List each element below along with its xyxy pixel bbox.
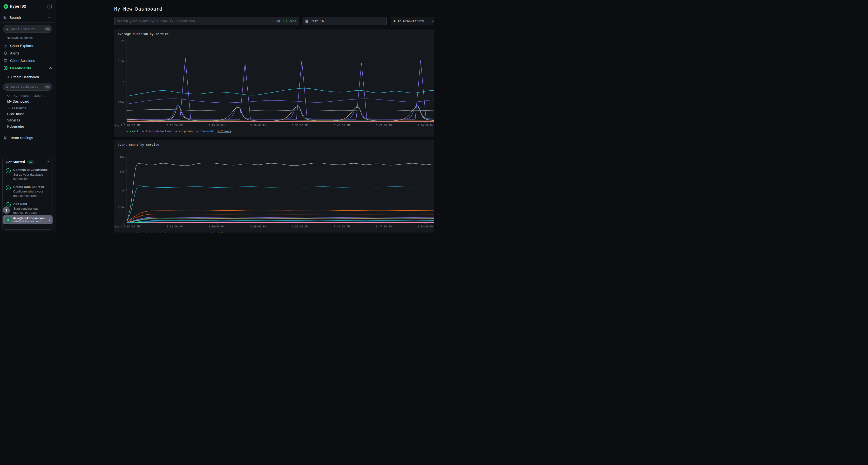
legend-item-fraud-detection[interactable]: —fraud-detection (142, 130, 172, 133)
help-button[interactable]: ? (3, 207, 10, 214)
legend-item-email[interactable]: —email (127, 232, 138, 232)
series-violet-smooth (127, 96, 434, 104)
plus-icon: + (7, 75, 9, 79)
granularity-select[interactable]: Auto Granularity (391, 17, 434, 25)
x-axis-tick-label: 3:12:00 PM (166, 124, 183, 127)
series-teal-low (127, 121, 434, 121)
shortcut-badge: ⌘K (44, 85, 51, 89)
language-toggle-sql[interactable]: SQL (276, 20, 281, 23)
chevron-up-icon (49, 67, 52, 69)
x-axis-tick-label: 3:26:00 PM (250, 225, 266, 228)
sidebar-item-team-settings[interactable]: Team Settings (0, 134, 55, 141)
chart-plot-area[interactable]: 2M1.5M1M500K0Aug 4 3:04:00 PM3:12:00 PM3… (127, 40, 434, 122)
time-range-picker[interactable]: Past 1h (303, 17, 386, 25)
preset-link-kubernetes[interactable]: Kubernetes (0, 123, 55, 130)
y-axis-tick-label: 7K (121, 189, 124, 193)
page-title[interactable]: My New Dashboard (114, 6, 162, 11)
y-axis-tick-label: 500K (118, 101, 125, 104)
time-range-value: Past 1h (311, 19, 324, 23)
get-started-step-add-data[interactable]: Add Data Start sending logs, metrics, or… (5, 202, 50, 215)
user-email: dale@clickhouse.com (13, 217, 47, 220)
granularity-value: Auto Granularity (394, 19, 424, 23)
sidebar-item-chart-explorer[interactable]: Chart Explorer (0, 42, 55, 49)
step-desc: Set up your database connection (13, 172, 50, 181)
get-started-step-connect[interactable]: Connect to ClickHouse Set up your databa… (5, 168, 50, 181)
y-axis-tick-label: 11K (120, 170, 124, 173)
chevron-down-icon (432, 20, 434, 22)
legend-more-link[interactable]: +12 more (217, 130, 231, 133)
sidebar-item-label: Alerts (10, 51, 19, 55)
legend-label: checkout (199, 130, 214, 133)
brand-row[interactable]: HyperDX (0, 0, 55, 12)
sidebar-collapse-icon[interactable] (48, 5, 52, 8)
x-axis-tick (425, 223, 426, 224)
series-gray (127, 109, 434, 111)
x-axis-tick (425, 122, 426, 123)
calendar-icon (305, 20, 308, 23)
chart-plot-area[interactable]: 14K11K7K3.5K0Aug 4 3:04:00 PM3:12:00 PM3… (127, 156, 434, 223)
chart-legend: —email—fraud-detection—shipping—checkout… (127, 130, 231, 133)
get-started-step-sources[interactable]: Create Data Sources Configure where your… (5, 185, 50, 198)
saved-searches-input[interactable]: Saved Searches ⌘K (3, 25, 52, 33)
x-axis-tick-label: 3:33:00 PM (292, 225, 308, 228)
legend-item-checkout[interactable]: —checkout (196, 232, 214, 232)
chart-title: Event count by service (118, 143, 159, 146)
check-circle-icon (5, 168, 11, 173)
x-axis-tick (342, 122, 342, 123)
step-desc: Start sending logs, metrics, or traces (13, 206, 50, 215)
legend-label: shipping (179, 232, 193, 232)
preset-link-services[interactable]: Services (0, 117, 55, 123)
event-search-input[interactable]: Search your events w/ Lucene ex. column:… (114, 17, 299, 25)
group-header-saved-dashboards[interactable]: SAVED DASHBOARDS (0, 92, 55, 98)
legend-swatch: — (127, 232, 128, 232)
legend-item-email[interactable]: —email (127, 130, 138, 133)
no-saved-searches-note: No saved searches (0, 34, 55, 42)
user-menu[interactable]: D dale@clickhouse.com dale@clickhouse.co… (3, 215, 53, 224)
legend-item-checkout[interactable]: —checkout (196, 130, 214, 133)
y-axis-tick-label: 1M (121, 80, 124, 84)
dashboard-link-my-dashboard[interactable]: My Dashboard (0, 98, 55, 105)
saved-dashboards-input[interactable]: Saved Dashboards ⌘K (3, 83, 52, 91)
language-toggle-lucene[interactable]: Lucene (286, 20, 296, 23)
x-axis-tick-label: 3:47:00 PM (376, 124, 392, 127)
y-axis-tick (126, 170, 127, 171)
y-axis-tick-label: 1.5M (118, 60, 125, 63)
hyperdx-logo-icon (3, 4, 8, 9)
create-dashboard-button[interactable]: + Create Dashboard (0, 73, 55, 80)
y-axis-tick (126, 189, 127, 190)
y-axis-tick-label: 14K (120, 156, 124, 159)
y-axis-tick-label: 2M (121, 39, 124, 43)
chart-panel-event-count: Event count by service 14K11K7K3.5K0Aug … (114, 140, 434, 232)
sidebar-item-alerts[interactable]: Alerts (0, 49, 55, 57)
legend-more-link[interactable]: +12 more (217, 232, 231, 232)
legend-item-shipping[interactable]: —shipping (176, 130, 193, 133)
chevron-right-icon (49, 218, 51, 221)
divider (0, 72, 55, 72)
sidebar-item-dashboards[interactable]: Dashboards (0, 64, 55, 72)
sidebar-item-label: Chart Explorer (10, 44, 33, 48)
sidebar-item-client-sessions[interactable]: Client Sessions (0, 57, 55, 64)
x-axis-tick (300, 122, 300, 123)
chevron-down-icon (7, 108, 10, 109)
sidebar-section-search[interactable]: Search (0, 12, 55, 23)
legend-item-fraud-detection[interactable]: —fraud-detection (142, 232, 172, 232)
legend-label: email (130, 130, 138, 133)
get-started-header[interactable]: Get Started 3/3 (5, 160, 50, 164)
search-icon (5, 85, 9, 89)
y-axis-tick (126, 40, 127, 40)
legend-item-shipping[interactable]: —shipping (176, 232, 193, 232)
legend-swatch: — (176, 232, 177, 232)
y-axis-tick (126, 206, 127, 206)
chevron-up-icon (49, 16, 52, 18)
legend-label: fraud-detection (146, 232, 172, 232)
x-axis-tick-label: 3:12:00 PM (166, 225, 183, 228)
x-axis-tick-label: 3:40:00 PM (334, 124, 350, 127)
preset-link-clickhouse[interactable]: ClickHouse (0, 111, 55, 117)
legend-label: email (130, 232, 138, 232)
dashboards-grid-icon (3, 66, 8, 70)
create-dashboard-label: Create Dashboard (11, 75, 39, 79)
sidebar-item-label: Team Settings (10, 136, 33, 140)
group-header-presets[interactable]: PRESETS (0, 105, 55, 111)
sidebar-item-label: Client Sessions (10, 59, 35, 63)
search-section-icon (3, 16, 7, 20)
